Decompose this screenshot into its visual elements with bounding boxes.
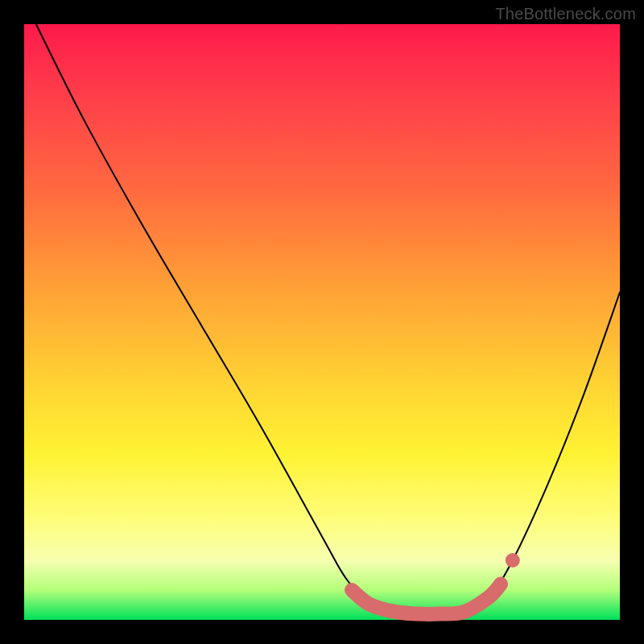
attribution-label: TheBottleneck.com: [495, 5, 636, 23]
plot-area: [24, 24, 620, 620]
optimal-region: [352, 584, 501, 614]
chart-frame: TheBottleneck.com: [0, 0, 644, 644]
plot-svg: [24, 24, 620, 620]
bottleneck-curve: [36, 24, 620, 614]
marker-dot: [506, 553, 520, 568]
